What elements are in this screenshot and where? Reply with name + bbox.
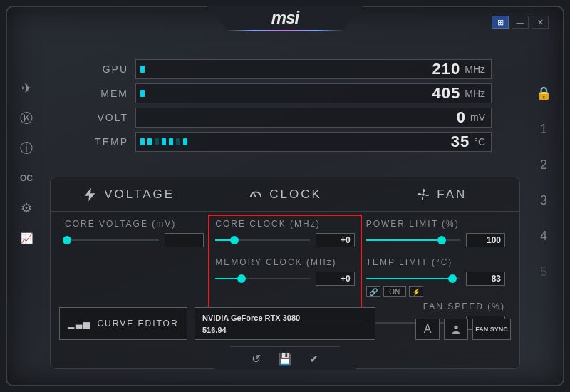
close-button[interactable]: ✕: [532, 16, 549, 29]
brand-logo: msi: [271, 8, 299, 28]
gpu-label: GPU: [78, 63, 128, 75]
volt-label: VOLT: [78, 112, 128, 123]
minimize-button[interactable]: —: [512, 16, 529, 29]
mem-label: MEM: [78, 88, 128, 99]
volt-unit: mV: [470, 112, 485, 123]
main-frame: msi ⊞ — ✕ ✈ Ⓚ ⓘ OC ⚙ 📈 🔒 1 2 3 4 5 GPU 2…: [6, 6, 564, 386]
profile-2-button[interactable]: 2: [534, 150, 554, 180]
curve-editor-button[interactable]: ▁▃▅ CURVE EDITOR: [59, 307, 187, 340]
fan-buttons: A FAN SYNC: [383, 307, 511, 340]
svg-point-0: [422, 193, 425, 196]
voltage-title: VOLTAGE: [104, 187, 175, 202]
svg-point-1: [454, 326, 457, 329]
curve-editor-label: CURVE EDITOR: [97, 319, 178, 329]
control-panel: VOLTAGE CLOCK FAN CORE VOLTAGE (mV): [50, 177, 520, 369]
profile-3-button[interactable]: 3: [534, 185, 554, 215]
memory-clock-slider[interactable]: [215, 278, 309, 279]
power-limit-slider[interactable]: [366, 239, 460, 241]
temp-limit-group: TEMP LIMIT (°C) 83: [366, 257, 505, 286]
core-voltage-label: CORE VOLTAGE (mV): [65, 219, 204, 229]
memory-clock-label: MEMORY CLOCK (MHz): [215, 257, 354, 267]
gpu-unit: MHz: [465, 63, 485, 75]
lock-icon[interactable]: 🔒: [534, 78, 554, 108]
power-limit-group: POWER LIMIT (%) 100: [366, 219, 505, 247]
clock-title: CLOCK: [269, 187, 322, 202]
temp-value: 35: [451, 133, 470, 151]
user-fan-button[interactable]: [444, 319, 468, 340]
mem-clock-readout: MEM 405 MHz: [78, 81, 492, 105]
apply-button[interactable]: ✔: [309, 352, 318, 366]
mem-unit: MHz: [465, 88, 485, 99]
profile-1-button[interactable]: 1: [534, 114, 554, 144]
left-tool-rail: ✈ Ⓚ ⓘ OC ⚙ 📈: [14, 78, 38, 248]
memory-clock-value[interactable]: +0: [316, 272, 355, 286]
core-clock-group: CORE CLOCK (MHz) +0: [215, 219, 354, 247]
link-toggle-row: 🔗 ON ⚡: [366, 286, 505, 297]
core-voltage-group: CORE VOLTAGE (mV): [65, 219, 204, 247]
gpu-info-panel: NVIDIA GeForce RTX 3080 516.94: [195, 307, 375, 340]
power-limit-label: POWER LIMIT (%): [366, 219, 505, 229]
temp-limit-value[interactable]: 83: [466, 272, 505, 286]
core-clock-value[interactable]: +0: [316, 233, 355, 247]
user-icon: [450, 324, 462, 335]
bottom-action-plate: ↺ 💾 ✔: [214, 346, 356, 370]
volt-bar: 0 mV: [135, 108, 492, 128]
hw-monitor-icon[interactable]: 📈: [16, 228, 36, 248]
bars-icon: ▁▃▅: [68, 319, 91, 329]
kombustor-icon[interactable]: ✈: [16, 78, 36, 98]
logo-plate: msi: [207, 6, 363, 31]
core-clock-label: CORE CLOCK (MHz): [215, 219, 354, 229]
core-voltage-value[interactable]: [165, 233, 204, 247]
core-voltage-slider[interactable]: [65, 239, 159, 241]
fan-title: FAN: [437, 187, 467, 202]
fan-icon: [415, 187, 431, 202]
link-on-button[interactable]: ON: [383, 286, 406, 297]
voltage-readout: VOLT 0 mV: [78, 105, 492, 130]
start-menu-button[interactable]: ⊞: [492, 16, 509, 29]
settings-icon[interactable]: ⚙: [16, 198, 36, 218]
logo-glow: [232, 30, 338, 31]
gpu-clock-readout: GPU 210 MHz: [78, 57, 492, 81]
temp-bar: 35 °C: [135, 132, 492, 152]
auto-fan-button[interactable]: A: [415, 319, 440, 340]
info-strip: ▁▃▅ CURVE EDITOR NVIDIA GeForce RTX 3080…: [59, 307, 511, 340]
bolt-icon: [83, 187, 98, 202]
temp-limit-slider[interactable]: [366, 278, 460, 279]
power-limit-value[interactable]: 100: [466, 233, 505, 247]
info-icon[interactable]: ⓘ: [16, 138, 36, 158]
mem-bar: 405 MHz: [135, 83, 492, 103]
section-headers: VOLTAGE CLOCK FAN: [51, 177, 519, 212]
gpu-value: 210: [432, 60, 461, 78]
temp-readout: TEMP 35 °C: [78, 130, 492, 154]
priority-bolt-icon[interactable]: ⚡: [409, 286, 423, 297]
link-icon[interactable]: 🔗: [366, 286, 380, 297]
fan-sync-button[interactable]: FAN SYNC: [472, 319, 511, 340]
reset-button[interactable]: ↺: [252, 352, 261, 366]
save-button[interactable]: 💾: [278, 352, 292, 366]
mem-value: 405: [432, 84, 461, 103]
kombustor-k-icon[interactable]: Ⓚ: [16, 108, 36, 128]
temp-limit-label: TEMP LIMIT (°C): [366, 257, 505, 267]
window-controls: ⊞ — ✕: [492, 16, 549, 29]
fan-sync-label: FAN SYNC: [475, 326, 508, 333]
memory-clock-group: MEMORY CLOCK (MHz) +0: [215, 257, 354, 286]
oc-scanner-icon[interactable]: OC: [16, 168, 36, 188]
clock-header: CLOCK: [207, 187, 363, 202]
core-clock-slider[interactable]: [215, 239, 309, 241]
temp-unit: °C: [474, 136, 485, 148]
volt-value: 0: [457, 108, 466, 127]
gpu-name: NVIDIA GeForce RTX 3080: [202, 312, 368, 324]
driver-version: 516.94: [202, 324, 368, 336]
monitor-readouts: GPU 210 MHz MEM 405 MHz VOLT 0 mV TEMP: [78, 57, 492, 154]
gpu-bar: 210 MHz: [135, 59, 492, 79]
gauge-icon: [248, 187, 264, 202]
profile-5-button[interactable]: 5: [534, 257, 554, 287]
right-profile-rail: 🔒 1 2 3 4 5: [532, 78, 556, 287]
fan-header: FAN: [363, 187, 519, 202]
temp-label: TEMP: [78, 136, 128, 148]
profile-4-button[interactable]: 4: [534, 221, 554, 251]
voltage-header: VOLTAGE: [51, 187, 207, 202]
